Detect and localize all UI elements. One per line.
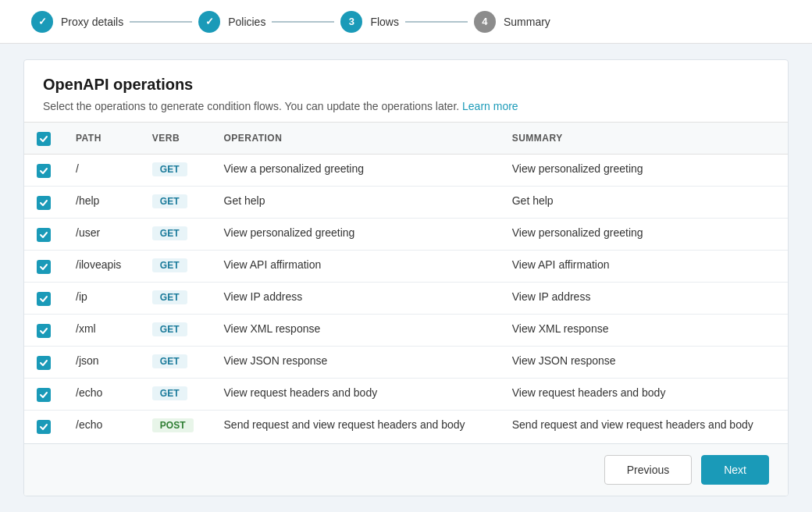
row-path: /ip <box>63 283 140 315</box>
table-row: /xml GET View XML response View XML resp… <box>24 315 788 347</box>
row-checkbox-cell <box>24 283 63 315</box>
verb-badge: GET <box>152 290 187 304</box>
select-all-checkbox[interactable] <box>37 132 51 146</box>
step-label-summary: Summary <box>504 16 550 28</box>
step-flows[interactable]: 3 Flows <box>340 11 399 33</box>
row-checkbox-1[interactable] <box>37 196 51 210</box>
row-path: /json <box>63 347 140 379</box>
row-verb: GET <box>140 315 212 347</box>
row-verb: POST <box>140 411 212 443</box>
table-row: /user GET View personalized greeting Vie… <box>24 219 788 251</box>
row-checkbox-cell <box>24 251 63 283</box>
stepper: ✓ Proxy details ✓ Policies 3 Flows 4 Sum… <box>0 0 812 44</box>
table-head: PATH VERB OPERATION SUMMARY <box>24 123 788 155</box>
row-summary: View XML response <box>500 315 788 347</box>
row-path: /xml <box>63 315 140 347</box>
step-policies[interactable]: ✓ Policies <box>198 11 265 33</box>
table-row: /json GET View JSON response View JSON r… <box>24 347 788 379</box>
verb-badge: GET <box>152 354 187 368</box>
row-path: /echo <box>63 379 140 411</box>
row-checkbox-cell <box>24 187 63 219</box>
verb-badge: GET <box>152 226 187 240</box>
learn-more-link[interactable]: Learn more <box>462 100 518 112</box>
table-row: /iloveapis GET View API affirmation View… <box>24 251 788 283</box>
step-circle-policies: ✓ <box>198 11 220 33</box>
row-operation: Send request and view request headers an… <box>212 411 500 443</box>
operations-card: OpenAPI operations Select the operations… <box>23 59 789 496</box>
step-connector-1 <box>130 21 192 23</box>
main-content: OpenAPI operations Select the operations… <box>0 44 812 512</box>
row-checkbox-7[interactable] <box>37 388 51 402</box>
verb-badge: GET <box>152 386 187 400</box>
row-verb: GET <box>140 251 212 283</box>
step-connector-3 <box>405 21 468 23</box>
row-checkbox-8[interactable] <box>37 420 51 434</box>
col-verb: VERB <box>140 123 212 155</box>
row-operation: View API affirmation <box>212 251 500 283</box>
step-circle-proxy-details: ✓ <box>31 11 53 33</box>
row-operation: View request headers and body <box>212 379 500 411</box>
row-operation: View IP address <box>212 283 500 315</box>
verb-badge: GET <box>152 258 187 272</box>
row-checkbox-4[interactable] <box>37 292 51 306</box>
row-checkbox-6[interactable] <box>37 356 51 370</box>
row-summary: View request headers and body <box>500 379 788 411</box>
row-checkbox-cell <box>24 155 63 187</box>
step-circle-summary: 4 <box>474 11 496 33</box>
row-operation: Get help <box>212 187 500 219</box>
row-summary: View API affirmation <box>500 251 788 283</box>
row-verb: GET <box>140 187 212 219</box>
verb-badge: GET <box>152 162 187 176</box>
row-summary: View JSON response <box>500 347 788 379</box>
next-button[interactable]: Next <box>701 455 769 485</box>
step-label-proxy-details: Proxy details <box>61 16 123 28</box>
row-checkbox-5[interactable] <box>37 324 51 338</box>
row-path: /help <box>63 187 140 219</box>
row-operation: View XML response <box>212 315 500 347</box>
row-checkbox-2[interactable] <box>37 228 51 242</box>
col-operation: OPERATION <box>212 123 500 155</box>
row-path: / <box>63 155 140 187</box>
row-summary: Get help <box>500 187 788 219</box>
footer: Previous Next <box>24 443 788 496</box>
step-summary[interactable]: 4 Summary <box>474 11 550 33</box>
row-operation: View a personalized greeting <box>212 155 500 187</box>
step-label-flows: Flows <box>370 16 399 28</box>
row-checkbox-3[interactable] <box>37 260 51 274</box>
step-proxy-details[interactable]: ✓ Proxy details <box>31 11 123 33</box>
table-row: /help GET Get help Get help <box>24 187 788 219</box>
previous-button[interactable]: Previous <box>604 455 692 485</box>
verb-badge: GET <box>152 322 187 336</box>
card-title: OpenAPI operations <box>43 76 769 94</box>
row-verb: GET <box>140 379 212 411</box>
table-wrapper: PATH VERB OPERATION SUMMARY <box>24 122 788 443</box>
card-subtitle: Select the operations to generate condit… <box>43 100 769 112</box>
card-header: OpenAPI operations Select the operations… <box>24 60 788 122</box>
verb-badge: GET <box>152 194 187 208</box>
row-summary: View personalized greeting <box>500 219 788 251</box>
row-operation: View personalized greeting <box>212 219 500 251</box>
row-path: /user <box>63 219 140 251</box>
col-summary: SUMMARY <box>500 123 788 155</box>
row-checkbox-cell <box>24 219 63 251</box>
header-row: PATH VERB OPERATION SUMMARY <box>24 123 788 155</box>
row-checkbox-cell <box>24 411 63 443</box>
operations-table: PATH VERB OPERATION SUMMARY <box>24 123 788 442</box>
row-verb: GET <box>140 155 212 187</box>
row-summary: View personalized greeting <box>500 155 788 187</box>
row-verb: GET <box>140 219 212 251</box>
step-connector-2 <box>272 21 334 23</box>
table-row: / GET View a personalized greeting View … <box>24 155 788 187</box>
row-verb: GET <box>140 347 212 379</box>
step-label-policies: Policies <box>228 16 265 28</box>
row-checkbox-0[interactable] <box>37 164 51 178</box>
row-path: /echo <box>63 411 140 443</box>
table-row: /echo POST Send request and view request… <box>24 411 788 443</box>
row-path: /iloveapis <box>63 251 140 283</box>
row-checkbox-cell <box>24 315 63 347</box>
col-checkbox <box>24 123 63 155</box>
col-path: PATH <box>63 123 140 155</box>
verb-badge: POST <box>152 418 194 432</box>
table-row: /ip GET View IP address View IP address <box>24 283 788 315</box>
subtitle-text: Select the operations to generate condit… <box>43 100 459 112</box>
